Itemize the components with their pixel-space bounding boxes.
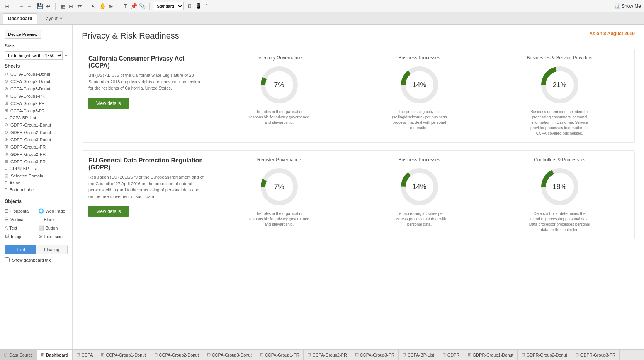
gdpr-view-details-button[interactable]: View details (88, 206, 129, 217)
phone-icon[interactable]: 📱 (194, 2, 202, 10)
gdpr-chart3-desc: Data controller determines the intend of… (529, 211, 591, 233)
ccpa-chart1-desc: The roles in the organisation responsibl… (248, 109, 310, 125)
obj-extension[interactable]: ⚙ Extension (37, 233, 70, 240)
tab-dashboard-bottom[interactable]: ⊞ Dashboard (37, 350, 72, 360)
sheet-ccpa-group3-pr[interactable]: ⊞ CCPA-Group3-PR (0, 107, 72, 114)
gdpr-chart1-desc: The roles in the organisation responsibl… (248, 211, 310, 227)
tab-dashboard[interactable]: Dashboard (3, 13, 37, 24)
tab-ccpa[interactable]: ⊞ CCPA (73, 350, 97, 360)
ccpa-pct-1: 7% (274, 81, 284, 89)
share-icon[interactable]: ⇧ (203, 2, 211, 10)
show-title-checkbox[interactable] (5, 257, 10, 262)
undo-icon[interactable]: ↩ (44, 2, 52, 10)
tab-gdpr[interactable]: ⊞ GDPR (438, 350, 464, 360)
tab-ccpa-group3-donut[interactable]: ⊞ CCPA-Group3-Donut (203, 350, 256, 360)
sheet-gdpr-bp-list[interactable]: ≡ GDPR-BP-List (0, 165, 72, 172)
save-icon[interactable]: 💾 (36, 2, 44, 10)
tab-data-source[interactable]: ⬡ Data Source (0, 350, 37, 360)
sep5 (149, 3, 150, 10)
ccpa-section: California Consumer Privacy Act (CCPA) B… (82, 49, 635, 143)
gdpr-chart-2: Business Processes 14% The processing ac… (351, 157, 488, 233)
desktop-icon[interactable]: 🖥 (186, 2, 194, 10)
sheet-bottom-label[interactable]: T Bottom Label (0, 186, 72, 193)
tab-ccpa-bp-list[interactable]: ⊞ CCPA-BP-List (399, 350, 438, 360)
tab-ccpa-group1-donut[interactable]: ⊞ CCPA-Group1-Donut (97, 350, 150, 360)
device-preview-button[interactable]: Device Preview (5, 30, 41, 39)
obj-text[interactable]: A Text (3, 224, 36, 232)
select-icon[interactable]: ↖ (90, 2, 98, 10)
gdpr-chart-3: Controllers & Processors 18% Data contro… (491, 157, 628, 233)
gdpr-g2d-tab-icon: ⊞ (522, 352, 525, 357)
vertical-icon: ☰ (5, 217, 9, 222)
obj-image[interactable]: 🖼 Image (3, 233, 36, 240)
as-on-date: 8 August 2019 (603, 31, 635, 36)
tab-ccpa-group1-pr[interactable]: ⊞ CCPA-Group1-PR (256, 350, 304, 360)
ccpa-g3d-tab-icon: ⊞ (207, 352, 211, 357)
ccpa-view-details-button[interactable]: View details (88, 98, 129, 109)
ccpa-g1d-tab-icon: ⊞ (101, 352, 104, 357)
ccpa-donut-1: 7% (258, 64, 301, 106)
text-icon3: T (5, 188, 7, 192)
tab-ccpa-group2-donut[interactable]: ⊞ CCPA-Group2-Donut (150, 350, 203, 360)
sheet-gdpr-group3-pr[interactable]: ⊞ GDPR-Group3-PR (0, 158, 72, 165)
ccpa-chart3-desc: Business determines the intend of proces… (529, 109, 591, 136)
obj-webpage[interactable]: 🌐 Web Page (37, 207, 70, 215)
sheet-ccpa-bp-list[interactable]: ≡ CCPA-BP-List (0, 114, 72, 121)
obj-horizontal[interactable]: ☰ Horizontal (3, 207, 36, 215)
home-icon[interactable]: ⊞ (3, 2, 11, 10)
mark-icon[interactable]: 📌 (130, 2, 138, 10)
view-dropdown[interactable]: Standard (153, 2, 184, 10)
ccpa-g1p-tab-icon: ⊞ (260, 352, 263, 357)
tab-layout[interactable]: Layout ▼ (39, 13, 68, 24)
pin-icon[interactable]: 📎 (138, 2, 146, 10)
sheet-ccpa-group3-donut[interactable]: ⊙ CCPA-Group3-Donut (0, 85, 72, 92)
image-icon: 🖼 (5, 234, 9, 239)
pan-icon[interactable]: ✋ (99, 2, 106, 10)
tab-gdpr-group1-donut[interactable]: ⊞ GDPR-Group1-Donut (464, 350, 518, 360)
sheet-gdpr-group3-donut[interactable]: ⊙ GDPR-Group3-Donut (0, 136, 72, 143)
tab-ccpa-group2-pr[interactable]: ⊞ CCPA-Group2-PR (304, 350, 351, 360)
sheet-gdpr-group2-donut[interactable]: ⊙ GDPR-Group2-Donut (0, 128, 72, 136)
tab-gdpr-group3-pr[interactable]: ⊞ GDPR-Group3-PR (571, 350, 620, 360)
content-area: Privacy & Risk Readiness As on 8 August … (73, 25, 644, 349)
gdpr-donut-1: 7% (258, 166, 301, 208)
obj-vertical[interactable]: ☰ Vertical (3, 216, 36, 223)
sheet-gdpr-group1-donut[interactable]: ⊙ GDPR-Group1-Donut (0, 121, 72, 128)
obj-blank[interactable]: ☐ Blank (37, 216, 70, 223)
objects-grid: ☰ Horizontal 🌐 Web Page ☰ Vertical ☐ Bla… (0, 206, 72, 242)
page-header: Privacy & Risk Readiness As on 8 August … (82, 31, 635, 41)
sep1 (14, 3, 14, 10)
sheet-ccpa-group2-donut[interactable]: ⊙ CCPA-Group2-Donut (0, 78, 72, 85)
gdpr-layout: EU General Data Protection Regulation (G… (88, 157, 628, 233)
forward-icon[interactable]: → (26, 2, 34, 10)
ccpa-g3p-tab-icon: ⊞ (355, 352, 359, 357)
swap-icon[interactable]: ⇄ (76, 2, 83, 10)
sheet-gdpr-group2-pr[interactable]: ⊞ GDPR-Group2-PR (0, 150, 72, 158)
table-icon5: ⊞ (5, 144, 8, 149)
tab-ccpa-group3-pr[interactable]: ⊞ CCPA-Group3-PR (351, 350, 399, 360)
table-icon6: ⊞ (5, 152, 8, 157)
sheet-ccpa-group1-donut[interactable]: ⊙ CCPA-Group1-Donut (0, 70, 72, 78)
tab-gdpr-group2-donut[interactable]: ⊞ GDPR-Group2-Donut (518, 350, 571, 360)
sheet-gdpr-group1-pr[interactable]: ⊞ GDPR-Group1-PR (0, 143, 72, 150)
bar-chart-icon[interactable]: ▦ (59, 2, 66, 10)
sheets-header: Sheets (0, 61, 72, 70)
dashboard-tab-icon: ⊞ (41, 352, 44, 357)
size-dropdown[interactable]: Fit to height; width: 1350 (5, 51, 63, 60)
zoom-icon[interactable]: ⊕ (107, 2, 115, 10)
ccpa-donut-3: 21% (539, 64, 581, 106)
obj-button[interactable]: ⬜ Button (37, 224, 70, 232)
sheet-ccpa-group2-pr[interactable]: ⊞ CCPA-Group2-PR (0, 100, 72, 107)
back-icon[interactable]: ← (17, 2, 25, 10)
ccpa-pct-2: 14% (412, 81, 426, 89)
as-on-text: As on 8 August 2019 (589, 31, 635, 36)
sheet-ccpa-group1-pr[interactable]: ⊞ CCPA-Group1-PR (0, 92, 72, 100)
gdpr-pct-2: 14% (412, 183, 426, 191)
table-icon[interactable]: ⊞ (67, 2, 75, 10)
text-icon[interactable]: T (121, 2, 129, 10)
sheet-selected-domain[interactable]: ▤ Selected Domain (0, 172, 72, 179)
tiled-button[interactable]: Tiled (5, 245, 36, 254)
show-me-button[interactable]: 📊 Show Me (614, 3, 641, 9)
floating-button[interactable]: Floating (36, 245, 68, 254)
sheet-as-on[interactable]: T As on (0, 179, 72, 186)
